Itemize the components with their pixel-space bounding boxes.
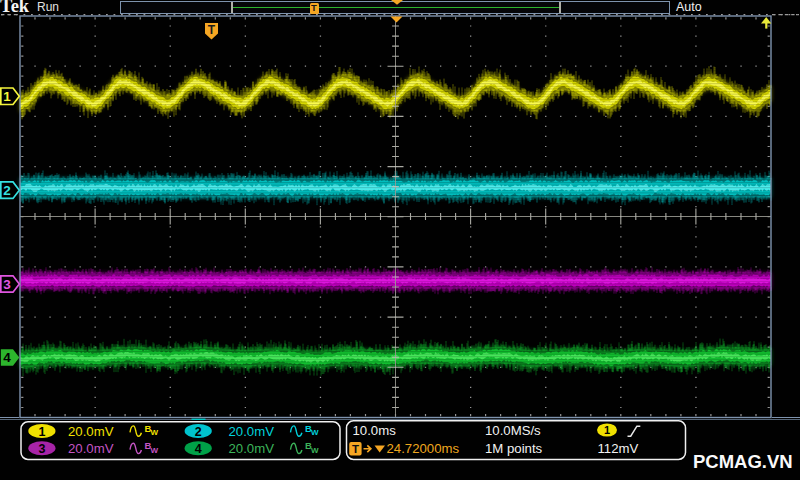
- svg-text:24.72000ms: 24.72000ms: [387, 441, 460, 456]
- svg-text:1: 1: [38, 425, 45, 439]
- svg-text:20.0mV: 20.0mV: [229, 424, 275, 439]
- svg-text:1M points: 1M points: [485, 441, 543, 456]
- svg-text:4: 4: [3, 350, 11, 365]
- svg-text:W: W: [151, 446, 159, 455]
- svg-text:T: T: [208, 23, 216, 37]
- svg-text:112mV: 112mV: [598, 441, 639, 456]
- svg-text:4: 4: [195, 442, 202, 456]
- svg-text:20.0mV: 20.0mV: [68, 441, 114, 456]
- svg-text:20.0mV: 20.0mV: [68, 424, 114, 439]
- svg-text:1: 1: [604, 424, 610, 436]
- svg-text:3: 3: [38, 442, 45, 456]
- svg-text:T: T: [352, 443, 359, 455]
- svg-text:W: W: [311, 446, 319, 455]
- svg-text:1: 1: [3, 89, 11, 104]
- svg-text:20.0mV: 20.0mV: [229, 441, 275, 456]
- svg-text:10.0ms: 10.0ms: [353, 423, 397, 438]
- svg-text:W: W: [311, 428, 319, 437]
- svg-text:W: W: [151, 428, 159, 437]
- svg-text:2: 2: [3, 183, 11, 198]
- svg-text:3: 3: [3, 277, 11, 292]
- svg-text:10.0MS/s: 10.0MS/s: [485, 423, 541, 438]
- svg-text:2: 2: [195, 425, 202, 439]
